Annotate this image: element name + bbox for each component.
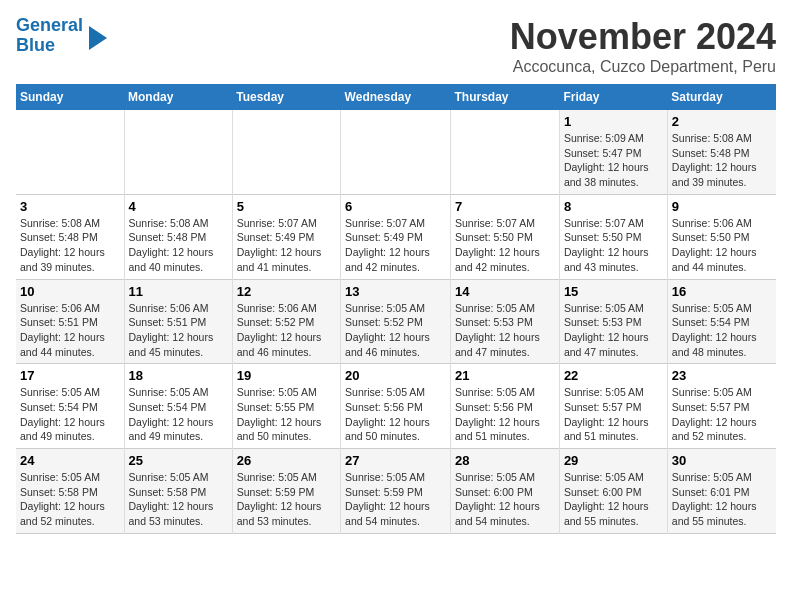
day-info: Sunrise: 5:05 AM Sunset: 6:00 PM Dayligh…: [455, 470, 555, 529]
location-title: Accocunca, Cuzco Department, Peru: [510, 58, 776, 76]
calendar-cell: [232, 110, 340, 194]
calendar-cell: 5Sunrise: 5:07 AM Sunset: 5:49 PM Daylig…: [232, 194, 340, 279]
day-number: 18: [129, 368, 228, 383]
calendar-cell: 6Sunrise: 5:07 AM Sunset: 5:49 PM Daylig…: [341, 194, 451, 279]
logo: General Blue: [16, 16, 107, 56]
day-info: Sunrise: 5:05 AM Sunset: 5:59 PM Dayligh…: [237, 470, 336, 529]
day-number: 24: [20, 453, 120, 468]
day-number: 23: [672, 368, 772, 383]
day-number: 16: [672, 284, 772, 299]
day-info: Sunrise: 5:05 AM Sunset: 5:54 PM Dayligh…: [129, 385, 228, 444]
calendar-cell: 12Sunrise: 5:06 AM Sunset: 5:52 PM Dayli…: [232, 279, 340, 364]
calendar-week-row: 10Sunrise: 5:06 AM Sunset: 5:51 PM Dayli…: [16, 279, 776, 364]
calendar-cell: 14Sunrise: 5:05 AM Sunset: 5:53 PM Dayli…: [451, 279, 560, 364]
month-title: November 2024: [510, 16, 776, 58]
day-number: 9: [672, 199, 772, 214]
day-number: 19: [237, 368, 336, 383]
day-number: 6: [345, 199, 446, 214]
day-info: Sunrise: 5:07 AM Sunset: 5:50 PM Dayligh…: [564, 216, 663, 275]
logo-text: General: [16, 16, 83, 36]
day-number: 21: [455, 368, 555, 383]
day-number: 26: [237, 453, 336, 468]
day-info: Sunrise: 5:05 AM Sunset: 5:54 PM Dayligh…: [672, 301, 772, 360]
calendar-cell: [16, 110, 124, 194]
calendar-cell: 9Sunrise: 5:06 AM Sunset: 5:50 PM Daylig…: [667, 194, 776, 279]
weekday-header-sunday: Sunday: [16, 84, 124, 110]
calendar-cell: 17Sunrise: 5:05 AM Sunset: 5:54 PM Dayli…: [16, 364, 124, 449]
calendar-cell: 15Sunrise: 5:05 AM Sunset: 5:53 PM Dayli…: [559, 279, 667, 364]
calendar-cell: 16Sunrise: 5:05 AM Sunset: 5:54 PM Dayli…: [667, 279, 776, 364]
day-info: Sunrise: 5:05 AM Sunset: 5:53 PM Dayligh…: [564, 301, 663, 360]
day-info: Sunrise: 5:05 AM Sunset: 5:55 PM Dayligh…: [237, 385, 336, 444]
day-info: Sunrise: 5:07 AM Sunset: 5:49 PM Dayligh…: [345, 216, 446, 275]
day-info: Sunrise: 5:08 AM Sunset: 5:48 PM Dayligh…: [672, 131, 772, 190]
weekday-header-row: SundayMondayTuesdayWednesdayThursdayFrid…: [16, 84, 776, 110]
calendar-cell: 25Sunrise: 5:05 AM Sunset: 5:58 PM Dayli…: [124, 449, 232, 534]
day-info: Sunrise: 5:05 AM Sunset: 5:59 PM Dayligh…: [345, 470, 446, 529]
calendar-cell: 7Sunrise: 5:07 AM Sunset: 5:50 PM Daylig…: [451, 194, 560, 279]
day-number: 12: [237, 284, 336, 299]
calendar-cell: 27Sunrise: 5:05 AM Sunset: 5:59 PM Dayli…: [341, 449, 451, 534]
day-number: 7: [455, 199, 555, 214]
day-number: 14: [455, 284, 555, 299]
weekday-header-tuesday: Tuesday: [232, 84, 340, 110]
day-number: 8: [564, 199, 663, 214]
calendar-cell: 30Sunrise: 5:05 AM Sunset: 6:01 PM Dayli…: [667, 449, 776, 534]
logo-general: General: [16, 15, 83, 35]
weekday-header-thursday: Thursday: [451, 84, 560, 110]
weekday-header-wednesday: Wednesday: [341, 84, 451, 110]
calendar-cell: 18Sunrise: 5:05 AM Sunset: 5:54 PM Dayli…: [124, 364, 232, 449]
day-number: 29: [564, 453, 663, 468]
calendar-cell: 3Sunrise: 5:08 AM Sunset: 5:48 PM Daylig…: [16, 194, 124, 279]
day-number: 25: [129, 453, 228, 468]
logo-blue: Blue: [16, 36, 83, 56]
calendar-cell: 23Sunrise: 5:05 AM Sunset: 5:57 PM Dayli…: [667, 364, 776, 449]
day-info: Sunrise: 5:06 AM Sunset: 5:51 PM Dayligh…: [20, 301, 120, 360]
weekday-header-saturday: Saturday: [667, 84, 776, 110]
day-info: Sunrise: 5:05 AM Sunset: 6:01 PM Dayligh…: [672, 470, 772, 529]
day-info: Sunrise: 5:07 AM Sunset: 5:49 PM Dayligh…: [237, 216, 336, 275]
day-number: 30: [672, 453, 772, 468]
calendar-cell: 4Sunrise: 5:08 AM Sunset: 5:48 PM Daylig…: [124, 194, 232, 279]
day-info: Sunrise: 5:09 AM Sunset: 5:47 PM Dayligh…: [564, 131, 663, 190]
calendar-week-row: 17Sunrise: 5:05 AM Sunset: 5:54 PM Dayli…: [16, 364, 776, 449]
calendar-cell: [341, 110, 451, 194]
calendar-cell: 10Sunrise: 5:06 AM Sunset: 5:51 PM Dayli…: [16, 279, 124, 364]
day-info: Sunrise: 5:05 AM Sunset: 5:58 PM Dayligh…: [129, 470, 228, 529]
day-number: 3: [20, 199, 120, 214]
day-info: Sunrise: 5:06 AM Sunset: 5:52 PM Dayligh…: [237, 301, 336, 360]
day-info: Sunrise: 5:05 AM Sunset: 5:52 PM Dayligh…: [345, 301, 446, 360]
day-info: Sunrise: 5:05 AM Sunset: 5:56 PM Dayligh…: [345, 385, 446, 444]
day-number: 13: [345, 284, 446, 299]
day-info: Sunrise: 5:08 AM Sunset: 5:48 PM Dayligh…: [129, 216, 228, 275]
calendar-cell: 28Sunrise: 5:05 AM Sunset: 6:00 PM Dayli…: [451, 449, 560, 534]
calendar-cell: 11Sunrise: 5:06 AM Sunset: 5:51 PM Dayli…: [124, 279, 232, 364]
calendar-week-row: 3Sunrise: 5:08 AM Sunset: 5:48 PM Daylig…: [16, 194, 776, 279]
calendar-cell: [451, 110, 560, 194]
day-info: Sunrise: 5:05 AM Sunset: 5:56 PM Dayligh…: [455, 385, 555, 444]
day-info: Sunrise: 5:05 AM Sunset: 6:00 PM Dayligh…: [564, 470, 663, 529]
day-number: 22: [564, 368, 663, 383]
day-number: 10: [20, 284, 120, 299]
day-number: 11: [129, 284, 228, 299]
day-info: Sunrise: 5:06 AM Sunset: 5:51 PM Dayligh…: [129, 301, 228, 360]
calendar-cell: 1Sunrise: 5:09 AM Sunset: 5:47 PM Daylig…: [559, 110, 667, 194]
day-info: Sunrise: 5:05 AM Sunset: 5:57 PM Dayligh…: [564, 385, 663, 444]
day-info: Sunrise: 5:06 AM Sunset: 5:50 PM Dayligh…: [672, 216, 772, 275]
weekday-header-friday: Friday: [559, 84, 667, 110]
day-number: 20: [345, 368, 446, 383]
day-number: 15: [564, 284, 663, 299]
calendar-cell: 20Sunrise: 5:05 AM Sunset: 5:56 PM Dayli…: [341, 364, 451, 449]
calendar-table: SundayMondayTuesdayWednesdayThursdayFrid…: [16, 84, 776, 534]
day-info: Sunrise: 5:07 AM Sunset: 5:50 PM Dayligh…: [455, 216, 555, 275]
calendar-cell: 19Sunrise: 5:05 AM Sunset: 5:55 PM Dayli…: [232, 364, 340, 449]
day-number: 4: [129, 199, 228, 214]
calendar-cell: 2Sunrise: 5:08 AM Sunset: 5:48 PM Daylig…: [667, 110, 776, 194]
calendar-cell: 24Sunrise: 5:05 AM Sunset: 5:58 PM Dayli…: [16, 449, 124, 534]
day-info: Sunrise: 5:08 AM Sunset: 5:48 PM Dayligh…: [20, 216, 120, 275]
logo-arrow-icon: [89, 26, 107, 50]
weekday-header-monday: Monday: [124, 84, 232, 110]
day-number: 2: [672, 114, 772, 129]
calendar-cell: 26Sunrise: 5:05 AM Sunset: 5:59 PM Dayli…: [232, 449, 340, 534]
calendar-week-row: 24Sunrise: 5:05 AM Sunset: 5:58 PM Dayli…: [16, 449, 776, 534]
